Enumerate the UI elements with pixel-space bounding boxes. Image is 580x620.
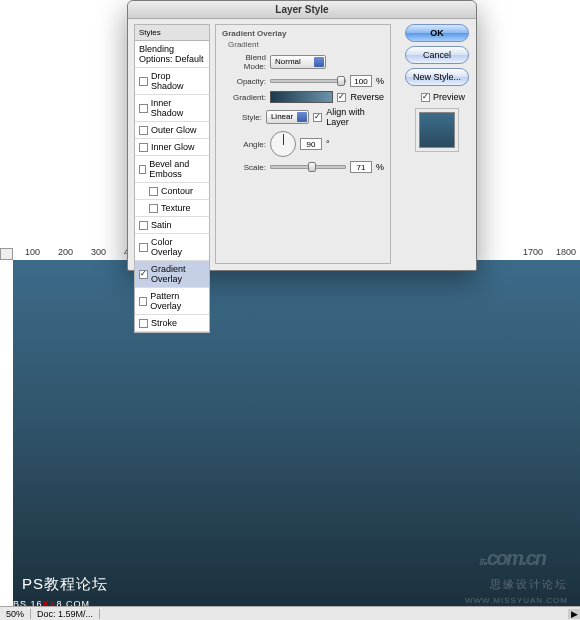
watermark-forum: PS教程论坛 <box>22 575 108 594</box>
styles-header[interactable]: Styles <box>135 25 209 41</box>
status-arrow-icon[interactable]: ▶ <box>568 609 580 619</box>
effect-row-color-overlay[interactable]: Color Overlay <box>135 234 209 261</box>
gradient-preview-bar[interactable] <box>270 91 333 103</box>
dialog-title: Layer Style <box>128 1 476 19</box>
preview-checkbox[interactable] <box>421 93 430 102</box>
dialog-buttons: OK Cancel New Style... Preview <box>405 24 469 148</box>
status-bar: 50% Doc: 1.59M/... ▶ <box>0 606 580 620</box>
effect-label: Stroke <box>151 318 177 328</box>
effect-checkbox[interactable] <box>139 319 148 328</box>
scale-slider[interactable] <box>270 165 346 169</box>
effect-row-inner-glow[interactable]: Inner Glow <box>135 139 209 156</box>
gradient-label: Gradient: <box>222 93 266 102</box>
scale-input[interactable]: 71 <box>350 161 372 173</box>
effect-checkbox[interactable] <box>139 243 148 252</box>
effect-label: Bevel and Emboss <box>149 159 205 179</box>
cancel-button[interactable]: Cancel <box>405 46 469 64</box>
opacity-slider[interactable] <box>270 79 346 83</box>
new-style-button[interactable]: New Style... <box>405 68 469 86</box>
effect-row-satin[interactable]: Satin <box>135 217 209 234</box>
effect-checkbox[interactable] <box>139 221 148 230</box>
effect-label: Color Overlay <box>151 237 205 257</box>
group-title: Gradient Overlay <box>222 29 384 38</box>
effect-checkbox[interactable] <box>139 126 148 135</box>
zoom-level[interactable]: 50% <box>0 609 31 619</box>
watermark-design: 思缘设计论坛 <box>490 577 568 592</box>
effect-checkbox[interactable] <box>139 270 148 279</box>
effect-row-inner-shadow[interactable]: Inner Shadow <box>135 95 209 122</box>
effect-row-bevel-and-emboss[interactable]: Bevel and Emboss <box>135 156 209 183</box>
effect-label: Outer Glow <box>151 125 197 135</box>
effect-checkbox[interactable] <box>139 165 146 174</box>
angle-label: Angle: <box>222 140 266 149</box>
effect-row-outer-glow[interactable]: Outer Glow <box>135 122 209 139</box>
blend-mode-label: Blend Mode: <box>222 53 266 71</box>
styles-list-panel: Styles Blending Options: Default Drop Sh… <box>134 24 210 333</box>
align-checkbox[interactable] <box>313 113 322 122</box>
effect-label: Inner Glow <box>151 142 195 152</box>
blending-options-row[interactable]: Blending Options: Default <box>135 41 209 68</box>
reverse-label: Reverse <box>350 92 384 102</box>
effect-label: Gradient Overlay <box>151 264 205 284</box>
effect-row-pattern-overlay[interactable]: Pattern Overlay <box>135 288 209 315</box>
scale-label: Scale: <box>222 163 266 172</box>
effect-checkbox[interactable] <box>139 143 148 152</box>
effect-row-contour[interactable]: Contour <box>135 183 209 200</box>
effect-label: Drop Shadow <box>151 71 205 91</box>
ruler-corner <box>0 248 13 260</box>
effect-row-drop-shadow[interactable]: Drop Shadow <box>135 68 209 95</box>
blend-mode-select[interactable]: Normal <box>270 55 326 69</box>
effect-label: Texture <box>161 203 191 213</box>
angle-input[interactable]: 90 <box>300 138 322 150</box>
effect-label: Contour <box>161 186 193 196</box>
style-label: Style: <box>222 113 262 122</box>
effect-checkbox[interactable] <box>139 77 148 86</box>
effect-checkbox[interactable] <box>149 204 158 213</box>
effect-row-gradient-overlay[interactable]: Gradient Overlay <box>135 261 209 288</box>
watermark-logo: iT.com.cn <box>479 525 545 575</box>
effect-checkbox[interactable] <box>139 297 147 306</box>
effect-checkbox[interactable] <box>139 104 148 113</box>
ruler-vertical <box>0 260 13 617</box>
scale-unit: % <box>376 162 384 172</box>
doc-info: Doc: 1.59M/... <box>31 609 100 619</box>
angle-unit: ° <box>326 139 330 149</box>
opacity-input[interactable]: 100 <box>350 75 372 87</box>
effect-row-stroke[interactable]: Stroke <box>135 315 209 332</box>
reverse-checkbox[interactable] <box>337 93 346 102</box>
effect-label: Inner Shadow <box>151 98 205 118</box>
watermark-url: WWW.MISSYUAN.COM <box>465 596 568 605</box>
opacity-unit: % <box>376 76 384 86</box>
effect-label: Satin <box>151 220 172 230</box>
gradient-overlay-settings: Gradient Overlay Gradient Blend Mode: No… <box>215 24 391 264</box>
ok-button[interactable]: OK <box>405 24 469 42</box>
preview-label: Preview <box>433 92 465 102</box>
layer-style-dialog: Layer Style Styles Blending Options: Def… <box>127 0 477 271</box>
effect-row-texture[interactable]: Texture <box>135 200 209 217</box>
effect-checkbox[interactable] <box>149 187 158 196</box>
subgroup-title: Gradient <box>228 40 384 49</box>
align-label: Align with Layer <box>326 107 384 127</box>
style-select[interactable]: Linear <box>266 110 309 124</box>
opacity-label: Opacity: <box>222 77 266 86</box>
effect-label: Pattern Overlay <box>150 291 205 311</box>
angle-dial[interactable] <box>270 131 296 157</box>
preview-swatch <box>419 112 455 148</box>
